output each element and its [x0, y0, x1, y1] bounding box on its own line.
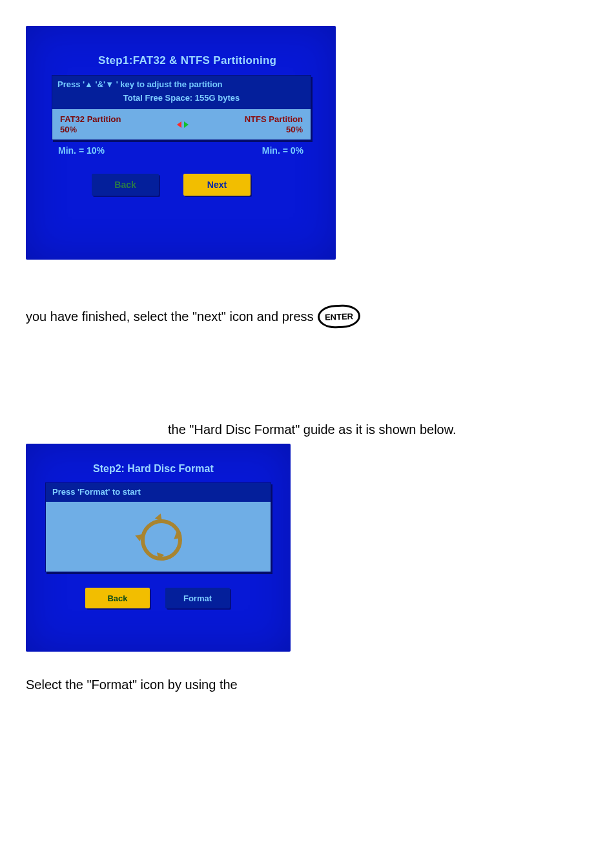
back-button[interactable]: Back [92, 174, 159, 196]
adjust-arrows-icon[interactable] [177, 121, 189, 128]
format-panel: Press 'Format' to start [45, 482, 271, 572]
fat32-percent: 50% [60, 125, 121, 135]
fat32-label: FAT32 Partition [60, 114, 121, 125]
enter-key-icon: ENTER [317, 304, 360, 329]
format-instruction: Press 'Format' to start [46, 483, 271, 502]
paragraph-select-format: Select the "Format" icon by using the [26, 677, 590, 692]
partition-instruction: Press '▲ '&'▼ ' key to adjust the partit… [52, 76, 311, 92]
paragraph-format-guide: the "Hard Disc Format" guide as it is sh… [168, 422, 590, 437]
partition-min-row: Min. = 10% Min. = 0% [39, 140, 323, 156]
ntfs-percent: 50% [245, 125, 303, 135]
ntfs-label: NTFS Partition [245, 114, 303, 125]
step2-format-screenshot: Step2: Hard Disc Format Press 'Format' t… [26, 444, 291, 652]
ntfs-min: Min. = 0% [262, 145, 303, 156]
format-button[interactable]: Format [165, 588, 230, 608]
step1-partitioning-screenshot: Step1:FAT32 & NTFS Partitioning Press '▲… [26, 26, 336, 260]
step1-title: Step1:FAT32 & NTFS Partitioning [98, 54, 323, 67]
back-button-2[interactable]: Back [85, 588, 150, 608]
partition-total-space: Total Free Space: 155G bytes [52, 92, 311, 109]
partition-panel: Press '▲ '&'▼ ' key to adjust the partit… [52, 75, 311, 140]
paragraph-next-instruction: you have finished, select the "next" ico… [26, 309, 314, 324]
partition-values-row: FAT32 Partition 50% NTFS Partition 50% [52, 109, 311, 140]
spinner-icon [136, 515, 180, 559]
step2-title: Step2: Hard Disc Format [93, 463, 282, 475]
format-panel-body [46, 502, 271, 572]
fat32-min: Min. = 10% [58, 145, 105, 156]
next-button[interactable]: Next [183, 174, 251, 196]
